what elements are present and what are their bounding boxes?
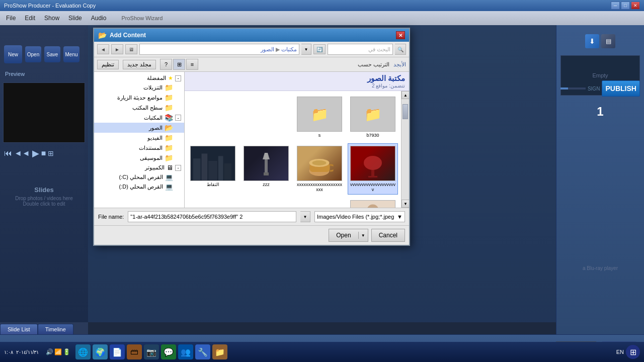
tree-drive-c[interactable]: 💻 القرص المحلي (C:) (94, 172, 184, 182)
path-bar: مكتبات ▶ الصور (139, 44, 299, 55)
minimize-button[interactable]: ─ (611, 2, 620, 10)
start-button[interactable]: ⊞ (626, 345, 640, 359)
publish-button[interactable]: PUBLISH (602, 80, 640, 97)
nav-forward-button[interactable]: ► (111, 44, 123, 54)
timeline-tab[interactable]: Timeline (38, 324, 73, 334)
file-item-xxx[interactable]: xxxxxxxxxxxxxxxxxxxxxxx (294, 143, 345, 195)
file-item-b7930[interactable]: 📁 b7930 (348, 94, 398, 140)
scroll-up-button[interactable]: ▲ (401, 91, 409, 99)
taskbar-camera-icon[interactable]: 📷 (144, 344, 159, 359)
open-dropdown-icon[interactable]: ▼ (359, 233, 368, 238)
file-thumb-b7930: 📁 (350, 97, 395, 132)
nav-back-button[interactable]: ◄ (97, 44, 109, 54)
menu-file[interactable]: File (2, 14, 20, 23)
filename-input[interactable]: "1-ar-a44f213b5824706b5e6c95f76393e9ff" … (128, 211, 296, 222)
menu-audio[interactable]: Audio (87, 14, 111, 23)
find-label[interactable]: الأبجد (393, 61, 406, 68)
new-button[interactable]: New (4, 45, 22, 63)
grid-button[interactable]: ⊞ (48, 149, 54, 157)
stop-button[interactable]: ■ (41, 149, 46, 158)
favorites-expand[interactable]: - (175, 75, 181, 81)
taskbar-explorer-icon[interactable]: 🗃 (127, 344, 142, 359)
computer-label[interactable]: الكمبيوتر (145, 164, 165, 171)
prev-button[interactable]: ⏮ (4, 149, 12, 158)
file-name-iltiqat: التقاط (207, 182, 219, 187)
slides-area: Slides Drop photos / videos here Double … (0, 161, 88, 231)
right-panel: ⬇ ▤ Empty 1 SIGN PUBLISH a Blu-ray playe… (556, 25, 644, 334)
scroll-thumb[interactable] (403, 104, 408, 119)
taskbar-arrow-icon[interactable]: 🔧 (195, 344, 210, 359)
details-view-button[interactable]: ? (160, 59, 172, 70)
taskbar-world-icon[interactable]: 🌍 (93, 344, 108, 359)
rewind-button[interactable]: ◄◄ (14, 149, 30, 158)
taskbar-globe-icon[interactable]: 🌐 (75, 344, 91, 359)
libraries-label[interactable]: المكتبات (144, 115, 163, 121)
tree-drive-d[interactable]: 💻 القرص المحلي (D:) (94, 182, 184, 192)
add-content-dialog: 📂 Add Content ✕ ◄ ► 🖥 مكتبات ▶ الصور ▼ 🔄… (93, 28, 410, 246)
taskbar-people-icon[interactable]: 👥 (178, 344, 193, 359)
slide-list-tab[interactable]: Slide List (0, 324, 38, 334)
view-buttons: ≡ ⊞ ? (160, 59, 198, 70)
tree-documents[interactable]: 📁 المستندات (94, 143, 184, 153)
tree-photos[interactable]: 📂 الصور (94, 123, 184, 133)
dialog-close-button[interactable]: ✕ (396, 31, 405, 39)
file-item-vvv[interactable]: vvvvvvvvvvvvvvvvvvvvv (348, 143, 398, 195)
file-item-bassam[interactable]: بسام (348, 198, 398, 208)
path-photos: الصور (261, 46, 274, 53)
favorites-label[interactable]: المفضلة (147, 75, 166, 81)
taskbar-folder-icon[interactable]: 📁 (212, 344, 227, 359)
file-item-zzz[interactable]: zzz (241, 143, 291, 195)
taskbar-skype-icon[interactable]: 💬 (161, 344, 176, 359)
filetype-select[interactable]: Images/Video Files (*.jpg;*.jpeg ▼ (314, 211, 405, 222)
filetype-value: Images/Video Files (*.jpg;*.jpeg (317, 214, 394, 220)
taskbar-word-icon[interactable]: 📄 (110, 344, 125, 359)
menu-slide[interactable]: Slide (64, 14, 86, 23)
app-title: ProShow Producer - Evaluation Copy (4, 3, 611, 9)
file-item-s[interactable]: 📁 s (294, 94, 345, 140)
file-thumb-bassam (350, 200, 395, 208)
search-button[interactable]: 🔍 (395, 44, 406, 55)
save-button[interactable]: Save (44, 46, 60, 62)
menu-edit[interactable]: Edit (21, 14, 39, 23)
library-subtitle: تتضمن: مواقع 2 (189, 83, 405, 88)
open-button-dialog[interactable]: Open ▼ (329, 229, 368, 242)
file-thumb-iltiqat (190, 146, 235, 181)
library-title: مكتبة الصور (189, 74, 405, 83)
path-libraries: مكتبات (281, 46, 297, 53)
menu-show[interactable]: Show (40, 14, 63, 23)
new-folder-button[interactable]: مجلد جديد (123, 60, 156, 69)
tree-recent[interactable]: 📁 مواضع حديثة الزيارة (94, 93, 184, 103)
maximize-button[interactable]: □ (621, 2, 630, 10)
taskbar-right: EN ⊞ (616, 345, 640, 359)
progress-bar (560, 87, 586, 89)
open-button[interactable]: Open (25, 46, 41, 62)
preview-label: Preview (0, 68, 88, 79)
tree-video[interactable]: 📁 الفيديو (94, 133, 184, 143)
tree-desktop[interactable]: 📁 سطح المكتب (94, 103, 184, 113)
svg-rect-14 (218, 156, 223, 180)
play-button[interactable]: ▶ (32, 148, 39, 159)
path-sep1: ▶ (276, 46, 280, 53)
close-button[interactable]: ✕ (631, 2, 640, 10)
scroll-down-button[interactable]: ▼ (401, 200, 409, 208)
libraries-expand[interactable]: - (175, 115, 181, 121)
tree-downloads[interactable]: 📁 التنزيلات (94, 82, 184, 93)
computer-expand[interactable]: - (175, 165, 181, 171)
tree-music[interactable]: 📁 الموسيقى (94, 153, 184, 163)
path-dropdown-arrow[interactable]: ▼ (301, 44, 311, 55)
home-button[interactable]: 🖥 (125, 44, 137, 54)
list-view-button[interactable]: ≡ (186, 59, 198, 70)
filename-dropdown-arrow[interactable]: ▼ (300, 211, 310, 222)
arrange-button[interactable]: تنظيم (97, 60, 119, 69)
grid-view-button[interactable]: ⊞ (173, 59, 185, 70)
file-item-iltiqat[interactable]: التقاط (188, 143, 238, 195)
browser-content: - ★ المفضلة 📁 التنزيلات 📁 مواضع حديثة ال… (94, 72, 409, 208)
desktop-folder-icon: 📁 (165, 104, 173, 112)
svg-rect-2 (368, 176, 377, 177)
cancel-button-dialog[interactable]: Cancel (371, 229, 405, 242)
documents-folder-icon: 📁 (165, 144, 173, 152)
menu-button[interactable]: Menu (63, 46, 79, 62)
progress-fill (560, 87, 568, 89)
action-bar: الأبجد الترتيب حسب ≡ ⊞ ? مجلد جديد تنظيم (94, 57, 409, 72)
refresh-button[interactable]: 🔄 (313, 44, 326, 54)
